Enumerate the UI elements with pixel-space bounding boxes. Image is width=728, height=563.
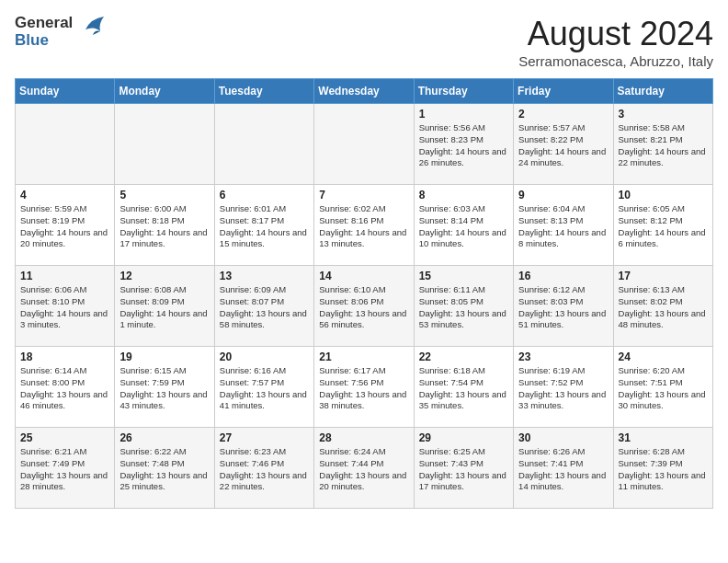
day-info: Sunrise: 6:05 AM Sunset: 8:12 PM Dayligh… [619, 203, 708, 250]
weekday-header-saturday: Saturday [613, 79, 712, 104]
day-number: 2 [518, 108, 608, 121]
calendar-cell: 25Sunrise: 6:21 AM Sunset: 7:49 PM Dayli… [16, 428, 115, 509]
calendar-cell: 12Sunrise: 6:08 AM Sunset: 8:09 PM Dayli… [115, 266, 214, 347]
day-number: 23 [518, 350, 608, 363]
title-section: August 2024 Serramonacesca, Abruzzo, Ita… [518, 15, 713, 69]
calendar-cell: 1Sunrise: 5:56 AM Sunset: 8:23 PM Daylig… [414, 104, 513, 185]
calendar-cell: 10Sunrise: 6:05 AM Sunset: 8:12 PM Dayli… [613, 185, 712, 266]
calendar-cell: 13Sunrise: 6:09 AM Sunset: 8:07 PM Dayli… [214, 266, 313, 347]
calendar-cell: 20Sunrise: 6:16 AM Sunset: 7:57 PM Dayli… [214, 347, 313, 428]
day-info: Sunrise: 6:03 AM Sunset: 8:14 PM Dayligh… [419, 203, 508, 250]
calendar-cell: 27Sunrise: 6:23 AM Sunset: 7:46 PM Dayli… [214, 428, 313, 509]
day-number: 7 [319, 189, 408, 201]
calendar-cell: 14Sunrise: 6:10 AM Sunset: 8:06 PM Dayli… [314, 266, 414, 347]
day-number: 16 [518, 270, 608, 282]
logo-general: General [15, 15, 73, 32]
day-number: 4 [20, 189, 109, 201]
logo: General Blue [15, 15, 108, 49]
calendar-cell: 28Sunrise: 6:24 AM Sunset: 7:44 PM Dayli… [314, 428, 414, 509]
day-info: Sunrise: 6:13 AM Sunset: 8:02 PM Dayligh… [619, 284, 708, 331]
day-number: 10 [619, 189, 708, 201]
day-number: 30 [518, 431, 608, 444]
day-number: 22 [419, 350, 508, 363]
day-number: 29 [419, 431, 508, 444]
month-year-title: August 2024 [518, 15, 713, 53]
day-info: Sunrise: 6:25 AM Sunset: 7:43 PM Dayligh… [419, 446, 508, 493]
location-subtitle: Serramonacesca, Abruzzo, Italy [518, 53, 713, 69]
calendar-cell: 9Sunrise: 6:04 AM Sunset: 8:13 PM Daylig… [514, 185, 613, 266]
calendar-week-2: 4Sunrise: 5:59 AM Sunset: 8:19 PM Daylig… [16, 185, 713, 266]
day-info: Sunrise: 6:12 AM Sunset: 8:03 PM Dayligh… [518, 284, 608, 331]
calendar-cell: 3Sunrise: 5:58 AM Sunset: 8:21 PM Daylig… [613, 104, 712, 185]
day-info: Sunrise: 6:09 AM Sunset: 8:07 PM Dayligh… [220, 284, 309, 331]
day-number: 5 [119, 189, 209, 201]
day-info: Sunrise: 6:02 AM Sunset: 8:16 PM Dayligh… [319, 203, 408, 250]
day-info: Sunrise: 6:00 AM Sunset: 8:18 PM Dayligh… [119, 203, 209, 250]
day-number: 3 [619, 108, 708, 121]
calendar-cell: 5Sunrise: 6:00 AM Sunset: 8:18 PM Daylig… [115, 185, 214, 266]
weekday-header-wednesday: Wednesday [314, 79, 414, 104]
day-info: Sunrise: 6:10 AM Sunset: 8:06 PM Dayligh… [319, 284, 408, 331]
day-number: 6 [220, 189, 309, 201]
day-number: 13 [220, 270, 309, 282]
day-info: Sunrise: 6:17 AM Sunset: 7:56 PM Dayligh… [319, 365, 408, 412]
day-info: Sunrise: 6:01 AM Sunset: 8:17 PM Dayligh… [220, 203, 309, 250]
day-info: Sunrise: 6:08 AM Sunset: 8:09 PM Dayligh… [119, 284, 209, 331]
day-info: Sunrise: 6:20 AM Sunset: 7:51 PM Dayligh… [619, 365, 708, 412]
calendar-cell: 17Sunrise: 6:13 AM Sunset: 8:02 PM Dayli… [613, 266, 712, 347]
day-number: 1 [419, 108, 508, 121]
day-info: Sunrise: 5:59 AM Sunset: 8:19 PM Dayligh… [20, 203, 109, 250]
calendar-cell: 21Sunrise: 6:17 AM Sunset: 7:56 PM Dayli… [314, 347, 414, 428]
day-info: Sunrise: 5:57 AM Sunset: 8:22 PM Dayligh… [518, 122, 608, 169]
day-number: 28 [319, 431, 408, 444]
day-info: Sunrise: 6:15 AM Sunset: 7:59 PM Dayligh… [119, 365, 209, 412]
day-info: Sunrise: 6:24 AM Sunset: 7:44 PM Dayligh… [319, 446, 408, 493]
calendar-cell: 29Sunrise: 6:25 AM Sunset: 7:43 PM Dayli… [414, 428, 513, 509]
calendar-cell [115, 104, 214, 185]
calendar-cell: 31Sunrise: 6:28 AM Sunset: 7:39 PM Dayli… [613, 428, 712, 509]
day-info: Sunrise: 6:28 AM Sunset: 7:39 PM Dayligh… [619, 446, 708, 493]
day-number: 8 [419, 189, 508, 201]
day-number: 20 [220, 350, 309, 363]
day-number: 11 [20, 270, 109, 282]
weekday-header-tuesday: Tuesday [214, 79, 313, 104]
calendar-cell: 4Sunrise: 5:59 AM Sunset: 8:19 PM Daylig… [16, 185, 115, 266]
calendar-week-3: 11Sunrise: 6:06 AM Sunset: 8:10 PM Dayli… [16, 266, 713, 347]
day-info: Sunrise: 5:58 AM Sunset: 8:21 PM Dayligh… [619, 122, 708, 169]
calendar-cell: 8Sunrise: 6:03 AM Sunset: 8:14 PM Daylig… [414, 185, 513, 266]
calendar-cell [314, 104, 414, 185]
day-number: 19 [119, 350, 209, 363]
calendar-cell [16, 104, 115, 185]
day-number: 25 [20, 431, 109, 444]
calendar-cell: 24Sunrise: 6:20 AM Sunset: 7:51 PM Dayli… [613, 347, 712, 428]
calendar-cell: 11Sunrise: 6:06 AM Sunset: 8:10 PM Dayli… [16, 266, 115, 347]
calendar-cell: 7Sunrise: 6:02 AM Sunset: 8:16 PM Daylig… [314, 185, 414, 266]
day-number: 12 [119, 270, 209, 282]
calendar-cell: 23Sunrise: 6:19 AM Sunset: 7:52 PM Dayli… [514, 347, 613, 428]
day-number: 26 [119, 431, 209, 444]
calendar-week-1: 1Sunrise: 5:56 AM Sunset: 8:23 PM Daylig… [16, 104, 713, 185]
weekday-header-thursday: Thursday [414, 79, 513, 104]
day-info: Sunrise: 6:19 AM Sunset: 7:52 PM Dayligh… [518, 365, 608, 412]
calendar-cell [214, 104, 313, 185]
calendar-cell: 16Sunrise: 6:12 AM Sunset: 8:03 PM Dayli… [514, 266, 613, 347]
weekday-header-monday: Monday [115, 79, 214, 104]
day-info: Sunrise: 6:11 AM Sunset: 8:05 PM Dayligh… [419, 284, 508, 331]
day-info: Sunrise: 6:26 AM Sunset: 7:41 PM Dayligh… [518, 446, 608, 493]
logo-blue: Blue [15, 32, 73, 50]
day-number: 18 [20, 350, 109, 363]
calendar-cell: 6Sunrise: 6:01 AM Sunset: 8:17 PM Daylig… [214, 185, 313, 266]
calendar-cell: 30Sunrise: 6:26 AM Sunset: 7:41 PM Dayli… [514, 428, 613, 509]
calendar-cell: 26Sunrise: 6:22 AM Sunset: 7:48 PM Dayli… [115, 428, 214, 509]
day-info: Sunrise: 6:06 AM Sunset: 8:10 PM Dayligh… [20, 284, 109, 331]
day-info: Sunrise: 6:14 AM Sunset: 8:00 PM Dayligh… [20, 365, 109, 412]
day-number: 24 [619, 350, 708, 363]
calendar-cell: 22Sunrise: 6:18 AM Sunset: 7:54 PM Dayli… [414, 347, 513, 428]
calendar-cell: 2Sunrise: 5:57 AM Sunset: 8:22 PM Daylig… [514, 104, 613, 185]
day-info: Sunrise: 6:04 AM Sunset: 8:13 PM Dayligh… [518, 203, 608, 250]
weekday-header-friday: Friday [514, 79, 613, 104]
weekday-header-row: SundayMondayTuesdayWednesdayThursdayFrid… [16, 79, 713, 104]
day-info: Sunrise: 5:56 AM Sunset: 8:23 PM Dayligh… [419, 122, 508, 169]
day-number: 17 [619, 270, 708, 282]
day-number: 31 [619, 431, 708, 444]
